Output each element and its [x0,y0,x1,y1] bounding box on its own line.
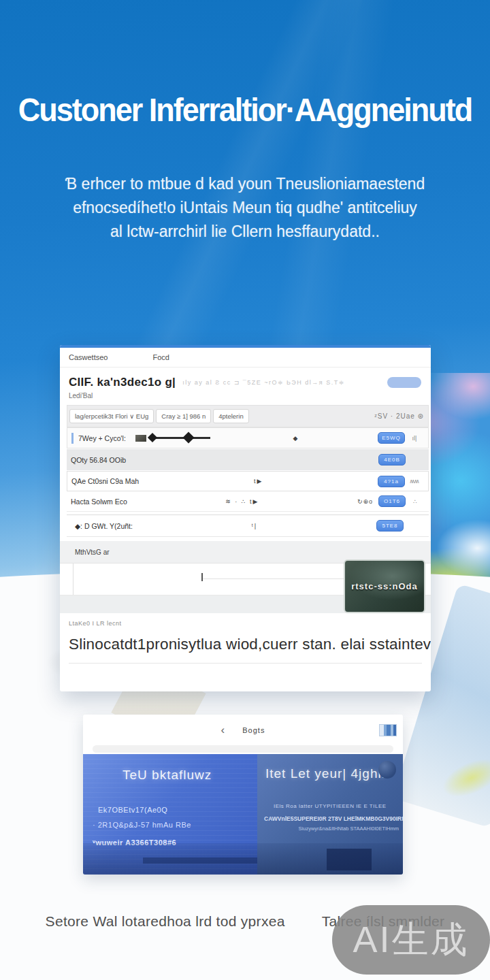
panel-line: IEls Roa latter UTYPITIEEEN IE E TILEE [274,803,387,809]
filter-field-3[interactable]: 4ptelerin [213,409,248,423]
filter-view-controls[interactable]: ᶻSV · 2Uae ⊛ [374,412,424,420]
promo-window: ‹ Bogts TeU bktafluwz Ek7OBEtv17(Ae0Q · … [83,715,403,875]
toolbar-band [93,745,393,753]
page-title: Custoner Inferraltior·AAggneinutd [0,91,490,129]
buildings-icon[interactable] [379,724,397,736]
panel-title: TeU bktafluwz [122,768,257,783]
promo-panel-right[interactable]: Itet Let yeur| 4jghir IEls Roa latter UT… [257,754,403,875]
row-action-button[interactable]: 4E0B [378,454,406,466]
description-line-1: Ɓ erhcer to mtbue d kad youn Tneuslionia… [27,172,463,196]
panel-line: Siuzywyr&na&ItHNtab STAAAHI0I0ETIHmm [299,826,399,832]
table-row[interactable]: ◆: D GWt. Y(2uñt: ᵗ| 5TE8 [67,514,429,537]
crm-titlebar: CIIF. ka'n3dec1o g| ıly ay al Ƨ cc ⊐ ¯5Z… [60,368,431,391]
row-extra-glyph: ıl| [405,435,424,442]
row-marker: ◆ [214,435,378,442]
page: Custoner Inferraltior·AAggneinutd Ɓ erhc… [0,0,490,980]
row-label: 7Wey + Cyco'l: [78,434,126,442]
table-row[interactable]: 7Wey + Cyco'l: ◆ E5WQ ıl| [67,427,429,448]
row-extra-glyph: ∴ [406,498,425,505]
row-action-button[interactable]: E5WQ [378,432,405,444]
row-label: QOty 56.84 OOib [71,456,126,464]
caption-left: Setore Wal lotaredhoa lrd tod yprxea [46,913,285,930]
row-extra-glyph [404,523,423,529]
thumbnail-caption: rtstc-ss:nOda [351,581,418,591]
row-extra-glyph: ʍʍ [405,478,424,485]
ai-generated-watermark: AI生成 [332,905,490,975]
filter-bar: lag/erpcetik3t Flori ∨ EUg Cray ≥ 1] 986… [67,405,429,427]
row-action-button[interactable]: 4?1a [378,476,405,487]
sphere-icon [378,761,396,779]
row-markers: ≋ · ∴ t▶ [127,498,357,505]
play-marker-icon: t▶ [139,478,378,485]
promo-panel-left[interactable]: TeU bktafluwz Ek7OBEtv17(Ae0Q · 2R1Q&p&J… [83,754,257,875]
tab-bar: Caswettseo Focd [60,348,431,368]
promo-header: ‹ Bogts [83,715,403,745]
table-row[interactable]: QOty 56.84 OOib 4E0B [67,449,429,470]
table-row[interactable]: QAe Ct0sni C9a Mah t▶ 4?1a ʍʍ [67,471,429,491]
description-line-2: efnocsedíhet!o iUntais Meun tiq qudhe' a… [27,196,463,220]
image-chip-icon [135,435,146,442]
divider [69,663,422,664]
description-line-3: al lctw-arrchirl lie Cllern hesffaurydat… [27,220,463,244]
table-row[interactable]: Hacta Solwm Eco ≋ · ∴ t▶ ↻⊕o O1T6 ∴ [67,491,429,512]
crm-title-meta: ıly ay al Ƨ cc ⊐ ¯5ZE ~rO≑ ЬЭН dl→я S.T≑ [182,379,387,386]
row-label: ◆: D GWt. Y(2uñt: [75,522,133,530]
filter-field-1[interactable]: lag/erpcetik3t Flori ∨ EUg [69,409,154,423]
filter-field-2[interactable]: Cray ≥ 1] 986 n [156,409,211,423]
row-action-button[interactable]: 5TE8 [376,520,404,532]
row-label: Hacta Solwm Eco [71,497,127,506]
panel-line: · 2R1Q&p&J-57 hmAu RBe [93,821,191,829]
panel-line: CAWVnlE5SUPEREI0R 2T8V LHElMKMB0G3V90IRM… [264,815,403,822]
watermark-text: AI生成 [353,915,469,965]
tab-focd[interactable]: Focd [152,353,169,361]
panel-footer [257,843,403,875]
panel-footer [83,843,257,875]
crm-title: CIIF. ka'n3dec1o g| [69,376,176,389]
footer-label: LtaKe0 I LR lecnt [69,620,422,627]
row-selection-tick [71,433,74,444]
footer-box [327,849,372,870]
crm-footer: LtaKe0 I LR lecnt Slinocatdt1pronisytlua… [60,613,431,664]
back-button[interactable]: ‹ [221,724,225,736]
crm-subtitle: Ledi'Bal [60,391,431,405]
range-slider[interactable] [152,437,210,439]
promo-title: Bogts [242,726,265,734]
row-action-button[interactable]: O1T6 [378,495,406,507]
tab-caswettseo[interactable]: Caswettseo [69,353,108,361]
divider [73,564,74,595]
record-list: 7Wey + Cyco'l: ◆ E5WQ ıl| QOty 56.84 OOi… [67,427,429,537]
photo-thumbnail[interactable]: rtstc-ss:nOda [344,559,425,613]
primary-action-button[interactable] [387,377,421,388]
footer-sentence: Slinocatdt1pronisytlua wiod,cuerr stan. … [69,636,422,653]
panel-line: Ek7OBEtv17(Ae0Q [98,806,167,814]
row-marker: ᵗ| [133,523,376,529]
row-label: QAe Ct0sni C9a Mah [71,477,139,485]
settings-icons[interactable]: ↻⊕o [357,498,373,505]
footer-bar [143,858,257,864]
page-description: Ɓ erhcer to mtbue d kad youn Tneuslionia… [27,172,463,244]
promo-panels: TeU bktafluwz Ek7OBEtv17(Ae0Q · 2R1Q&p&J… [83,754,403,875]
row-extra-glyph [406,457,425,463]
crm-window: Caswettseo Focd CIIF. ka'n3dec1o g| ıly … [60,345,431,691]
cursor-tick [201,573,203,581]
